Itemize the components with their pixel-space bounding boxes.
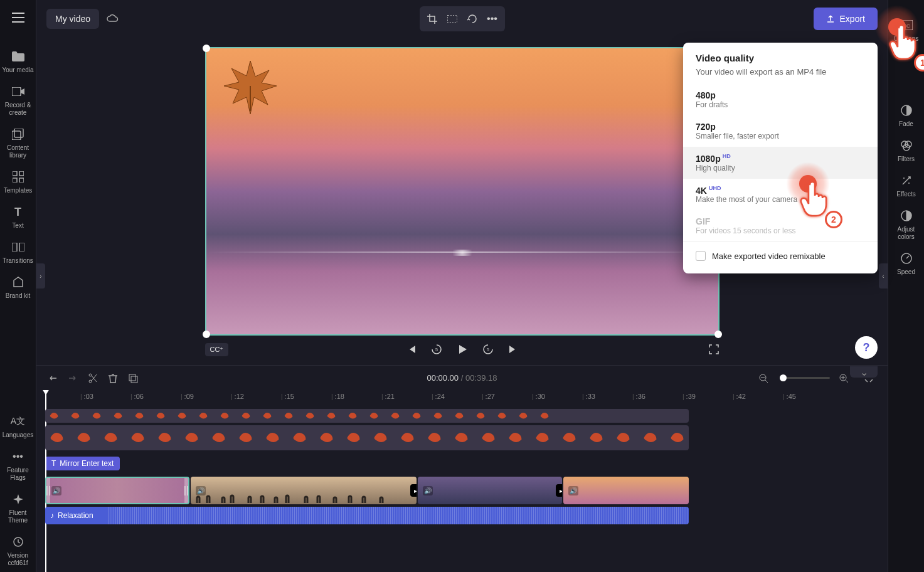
help-button[interactable]: ? (855, 336, 878, 359)
left-sidebar: Your media Record & create Content libra… (0, 0, 36, 572)
speed-icon (899, 251, 914, 266)
collapse-right-button[interactable]: ‹ (879, 263, 888, 289)
sidebar-item-captions[interactable]: CC Captions (889, 13, 923, 48)
sidebar-item-your-media[interactable]: Your media (1, 44, 35, 79)
ruler-tick[interactable]: :33 (582, 393, 595, 400)
sidebar-item-adjust-colors[interactable]: Adjust colors (889, 203, 923, 246)
sticker-track-2[interactable] (45, 425, 689, 450)
ruler-tick[interactable]: :45 (783, 393, 796, 400)
skip-forward-button[interactable] (507, 343, 519, 356)
transition-marker[interactable]: ▸| (410, 484, 417, 497)
text-icon: T (11, 204, 26, 220)
cc-toggle[interactable]: CC⁺ (205, 343, 229, 356)
clip-handle[interactable]: || (46, 478, 50, 503)
resize-handle[interactable] (203, 331, 210, 338)
text-clip[interactable]: T Mirror Enter text (45, 457, 120, 470)
ruler-tick[interactable]: :24 (432, 393, 445, 400)
ruler-tick[interactable]: :39 (682, 393, 696, 400)
sidebar-item-transitions[interactable]: Transitions (1, 235, 35, 270)
folder-icon (11, 49, 26, 64)
sidebar-item-languages[interactable]: A文 Languages (1, 409, 35, 444)
sidebar-item-templates[interactable]: Templates (1, 164, 35, 199)
sidebar-item-record[interactable]: Record & create (1, 79, 35, 122)
duplicate-button[interactable] (124, 369, 142, 387)
quality-option-1080p[interactable]: 1080pHD High quality (683, 147, 878, 179)
ruler-tick[interactable]: :09 (181, 393, 194, 400)
video-clip-3[interactable]: 🔊 ▸| (418, 477, 562, 504)
zoom-out-button[interactable] (755, 369, 772, 387)
video-preview[interactable] (205, 47, 720, 336)
ruler-tick[interactable]: :18 (331, 393, 344, 400)
brandkit-icon (11, 275, 26, 290)
play-button[interactable] (456, 343, 469, 356)
clip-handle[interactable]: || (184, 478, 188, 503)
quality-option-4k[interactable]: 4KUHD Make the most of your camera (683, 179, 878, 211)
crop-button[interactable] (423, 10, 441, 28)
more-tools-button[interactable]: ••• (484, 10, 501, 28)
export-button[interactable]: Export (814, 8, 878, 30)
quality-option-720p[interactable]: 720p Smaller file, faster export (683, 115, 878, 147)
sidebar-item-content-library[interactable]: Content library (1, 122, 35, 164)
quality-option-gif[interactable]: GIF For videos 15 seconds or less (683, 210, 878, 241)
video-clip-2[interactable]: 🔊 ▸| (191, 477, 417, 504)
ruler-tick[interactable]: :03 (80, 393, 93, 400)
ruler-tick[interactable]: :06 (130, 393, 144, 400)
transition-marker[interactable]: ▸| (556, 484, 562, 497)
sidebar-item-fade[interactable]: Fade (889, 98, 923, 133)
timeline[interactable]: :03:06:09:12:15:18:21:24:27:30:33:36:39:… (36, 390, 888, 572)
fit-button[interactable] (443, 10, 461, 28)
volume-icon[interactable]: 🔊 (51, 486, 61, 495)
video-clip-1[interactable]: || 🔊 || (45, 477, 189, 504)
ruler-tick[interactable]: :27 (482, 393, 495, 400)
redo-button[interactable] (64, 369, 82, 387)
skip-back-button[interactable] (406, 343, 417, 356)
resize-handle[interactable] (714, 331, 722, 338)
audio-clip[interactable]: ♪ Relaxation (45, 507, 689, 524)
menu-button[interactable] (6, 5, 31, 30)
delete-button[interactable] (104, 369, 122, 387)
video-track: || 🔊 || 🔊 ▸| 🔊 ▸| 🔊 (45, 477, 879, 504)
split-button[interactable] (84, 369, 102, 387)
ruler-tick[interactable]: :15 (281, 393, 294, 400)
ruler-tick[interactable]: :42 (733, 393, 746, 400)
video-clip-4[interactable]: 🔊 (563, 477, 689, 504)
sidebar-item-brand-kit[interactable]: Brand kit (1, 270, 35, 305)
video-title[interactable]: My video (46, 9, 99, 29)
record-icon (11, 84, 26, 99)
theme-icon (11, 492, 26, 507)
volume-icon[interactable]: 🔊 (568, 486, 578, 495)
cloud-sync-icon[interactable] (107, 14, 119, 24)
timeline-ruler[interactable]: :03:06:09:12:15:18:21:24:27:30:33:36:39:… (36, 390, 888, 406)
sidebar-item-speed[interactable]: Speed (889, 246, 923, 281)
forward-5-button[interactable]: 5 (482, 343, 494, 356)
fullscreen-button[interactable] (708, 344, 720, 355)
zoom-slider[interactable] (780, 377, 830, 379)
undo-button[interactable] (44, 369, 61, 387)
timeline-toolbar: 00:00.00 / 00:39.18 (36, 365, 888, 390)
sidebar-item-feature-flags[interactable]: ••• Feature Flags (1, 444, 35, 487)
sidebar-item-fluent-theme[interactable]: Fluent Theme (1, 487, 35, 529)
ruler-tick[interactable]: :30 (532, 393, 545, 400)
sidebar-item-effects[interactable]: Effects (889, 168, 923, 203)
ruler-tick[interactable]: :12 (231, 393, 244, 400)
svg-text:5: 5 (435, 347, 438, 352)
rewind-5-button[interactable]: 5 (431, 343, 442, 356)
volume-icon[interactable]: 🔊 (423, 486, 433, 495)
svg-text:CC: CC (903, 23, 910, 29)
sidebar-item-version[interactable]: Version ccfd61f (1, 529, 35, 572)
ruler-tick[interactable]: :36 (632, 393, 645, 400)
panel-collapse-button[interactable]: ⌄ (850, 366, 878, 378)
ruler-tick[interactable]: :21 (381, 393, 395, 400)
collapse-left-button[interactable]: › (36, 263, 45, 289)
sidebar-item-filters[interactable]: Filters (889, 133, 923, 168)
leaf-sticker[interactable] (219, 55, 282, 117)
more-icon: ••• (11, 449, 26, 464)
sidebar-item-text[interactable]: T Text (1, 199, 35, 235)
svg-point-24 (89, 380, 92, 383)
resize-handle[interactable] (203, 45, 210, 52)
rotate-button[interactable] (464, 10, 481, 28)
quality-option-480p[interactable]: 480p For drafts (683, 84, 878, 115)
sticker-track-1[interactable] (45, 409, 689, 423)
remixable-checkbox[interactable] (696, 251, 706, 261)
upload-icon (826, 14, 835, 23)
